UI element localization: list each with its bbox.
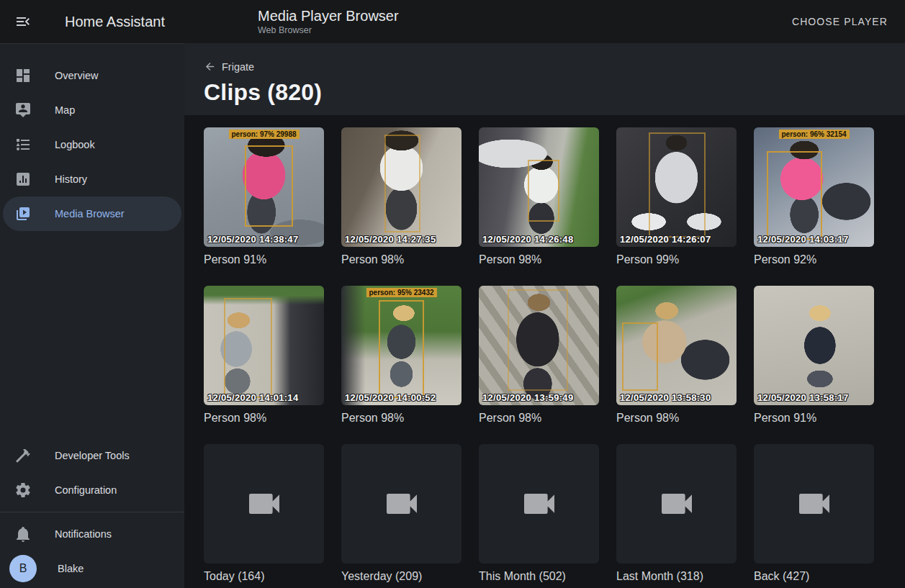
sidebar-item-label: Logbook	[55, 139, 95, 150]
detection-box	[245, 145, 293, 227]
clip-tile[interactable]: 12/05/2020 13:59:49 Person 98%	[479, 286, 599, 425]
folder-thumbnail[interactable]	[479, 444, 599, 564]
video-camera-icon	[519, 484, 559, 524]
clips-scroll-area[interactable]: person: 97% 29988 12/05/2020 14:38:47 Pe…	[184, 115, 905, 588]
breadcrumb-back[interactable]: Frigate	[204, 60, 254, 73]
clip-tile[interactable]: 12/05/2020 13:58:30 Person 98%	[616, 286, 737, 425]
detection-box	[379, 300, 424, 398]
clip-tile[interactable]: person: 95% 23432 12/05/2020 14:00:52 Pe…	[341, 286, 461, 425]
detection-box	[224, 298, 272, 398]
page-title: Media Player Browser	[258, 7, 399, 24]
clip-thumbnail[interactable]: 12/05/2020 13:58:30	[616, 286, 737, 405]
video-camera-icon	[657, 484, 697, 524]
sidebar-item-developer-tools[interactable]: Developer Tools	[3, 438, 181, 473]
sidebar: Overview Map Logbook History Media Brows…	[0, 43, 184, 588]
clip-thumbnail[interactable]: 12/05/2020 14:26:48	[479, 127, 599, 247]
format-list-bulleted-icon	[14, 136, 32, 153]
sidebar-item-label: Notifications	[55, 528, 112, 540]
folder-tile-last-month[interactable]: Last Month (318)	[616, 444, 737, 583]
video-camera-icon	[794, 484, 834, 524]
clip-tile[interactable]: 12/05/2020 14:01:14 Person 98%	[204, 286, 324, 425]
clip-timestamp: 12/05/2020 13:59:49	[482, 392, 573, 403]
sidebar-item-media-browser[interactable]: Media Browser	[3, 196, 181, 231]
sidebar-item-label: Developer Tools	[55, 450, 130, 461]
choose-player-button[interactable]: CHOOSE PLAYER	[786, 9, 893, 35]
video-camera-icon	[244, 484, 284, 524]
breadcrumb-label: Frigate	[222, 61, 254, 73]
clip-thumbnail[interactable]: person: 96% 32154 12/05/2020 14:03:17	[754, 127, 874, 247]
detection-box	[528, 160, 559, 222]
sidebar-item-configuration[interactable]: Configuration	[3, 473, 181, 507]
clip-label: Person 98%	[479, 411, 599, 425]
clip-tile[interactable]: person: 96% 32154 12/05/2020 14:03:17 Pe…	[754, 127, 874, 266]
clip-label: Person 91%	[204, 253, 324, 266]
user-name: Blake	[58, 563, 84, 574]
clip-thumbnail[interactable]: person: 95% 23432 12/05/2020 14:00:52	[341, 286, 461, 405]
sidebar-item-history[interactable]: History	[3, 162, 181, 196]
menu-open-icon	[14, 13, 32, 30]
clip-label: Person 98%	[204, 411, 324, 425]
video-camera-icon	[382, 484, 422, 524]
detection-label: person: 97% 29988	[228, 130, 299, 139]
play-box-multiple-icon	[14, 205, 32, 222]
clip-tile[interactable]: 12/05/2020 14:26:48 Person 98%	[479, 127, 599, 266]
clip-timestamp: 12/05/2020 14:26:07	[620, 234, 711, 245]
clip-thumbnail[interactable]: 12/05/2020 14:27:35	[341, 127, 461, 247]
hammer-icon	[14, 447, 32, 464]
folder-tile-yesterday[interactable]: Yesterday (209)	[341, 444, 461, 583]
clip-thumbnail[interactable]: 12/05/2020 13:59:49	[479, 286, 599, 405]
clip-tile[interactable]: person: 97% 29988 12/05/2020 14:38:47 Pe…	[204, 127, 324, 266]
sidebar-item-label: Map	[55, 104, 75, 116]
folder-label: Back (427)	[754, 569, 874, 583]
detection-box	[767, 151, 822, 240]
sidebar-item-logbook[interactable]: Logbook	[3, 127, 181, 162]
sidebar-item-user[interactable]: B Blake	[3, 551, 181, 586]
sidebar-item-overview[interactable]: Overview	[3, 58, 181, 93]
sidebar-divider	[0, 512, 184, 512]
clip-thumbnail[interactable]: 12/05/2020 14:26:07	[616, 127, 737, 247]
sidebar-toggle-button[interactable]	[6, 4, 40, 39]
clip-label: Person 99%	[616, 253, 737, 266]
folder-tile-today[interactable]: Today (164)	[204, 444, 324, 583]
clip-label: Person 98%	[616, 411, 737, 425]
detection-box	[622, 322, 658, 391]
chart-box-icon	[14, 171, 32, 188]
view-dashboard-icon	[14, 67, 32, 84]
detection-box	[384, 135, 420, 232]
folder-thumbnail[interactable]	[204, 444, 324, 564]
sidebar-item-label: Overview	[55, 70, 98, 81]
gear-icon	[14, 481, 32, 499]
page-subtitle: Web Browser	[258, 24, 399, 36]
bell-icon	[14, 525, 32, 543]
detection-box	[508, 289, 568, 391]
media-browser-header: Frigate Clips (820)	[184, 43, 905, 115]
folder-tile-this-month[interactable]: This Month (502)	[479, 444, 599, 583]
folder-tile-back[interactable]: Back (427)	[754, 444, 874, 583]
folder-thumbnail[interactable]	[341, 444, 461, 564]
clip-tile[interactable]: 12/05/2020 13:58:17 Person 91%	[754, 286, 874, 425]
section-title: Clips (820)	[204, 79, 886, 106]
clip-timestamp: 12/05/2020 14:03:17	[757, 234, 848, 245]
clip-timestamp: 12/05/2020 13:58:17	[757, 392, 848, 403]
sidebar-item-map[interactable]: Map	[3, 93, 181, 127]
sidebar-item-notifications[interactable]: Notifications	[3, 517, 181, 551]
clip-timestamp: 12/05/2020 14:00:52	[345, 392, 436, 403]
clip-timestamp: 12/05/2020 14:01:14	[207, 392, 298, 403]
tooltip-account-icon	[14, 101, 32, 119]
clip-timestamp: 12/05/2020 14:38:47	[207, 234, 298, 245]
clip-thumbnail[interactable]: person: 97% 29988 12/05/2020 14:38:47	[204, 127, 324, 247]
app-title: Home Assistant	[65, 14, 165, 30]
app-bar: Home Assistant Media Player Browser Web …	[0, 0, 905, 43]
clip-thumbnail[interactable]: 12/05/2020 13:58:17	[754, 286, 874, 405]
clip-tile[interactable]: 12/05/2020 14:27:35 Person 98%	[341, 127, 461, 266]
folder-label: Yesterday (209)	[341, 569, 461, 583]
clip-label: Person 91%	[754, 411, 874, 425]
detection-label: person: 96% 32154	[778, 130, 849, 139]
clip-tile[interactable]: 12/05/2020 14:26:07 Person 99%	[616, 127, 737, 266]
clip-timestamp: 12/05/2020 14:27:35	[345, 234, 436, 245]
detection-box	[649, 132, 705, 238]
clip-thumbnail[interactable]: 12/05/2020 14:01:14	[204, 286, 324, 405]
clip-label: Person 98%	[479, 253, 599, 266]
folder-thumbnail[interactable]	[754, 444, 874, 564]
folder-thumbnail[interactable]	[616, 444, 737, 564]
